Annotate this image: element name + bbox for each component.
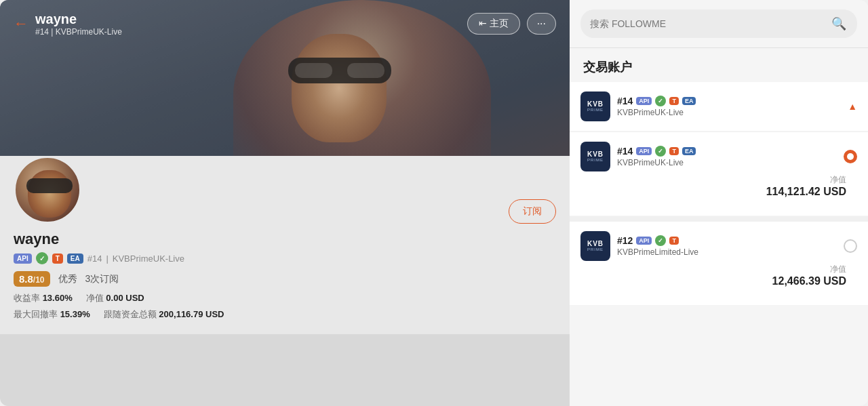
return-rate-label: 收益率 bbox=[14, 293, 40, 303]
account-card-2-inner: KVB PRIME #14 API ✓ T EA KVBPrimeUK-Live bbox=[580, 142, 857, 171]
avatar bbox=[14, 156, 81, 224]
profile-name: wayne bbox=[14, 230, 556, 248]
net-amount-3: 12,466.39 USD bbox=[591, 275, 846, 287]
kvb-text-3: KVB bbox=[587, 241, 604, 247]
home-button[interactable]: ⇤ 主页 bbox=[467, 13, 520, 35]
account-action-2 bbox=[844, 150, 857, 163]
return-rate-block: 收益率 13.60% bbox=[14, 292, 73, 304]
more-button[interactable]: ··· bbox=[527, 13, 556, 35]
account-card-3[interactable]: KVB PRIME #12 API ✓ T KVBPrimeLimited-Li… bbox=[570, 222, 868, 305]
header-name-block: wayne #14 | KVBPrimeUK-Live bbox=[35, 11, 122, 37]
badge-ea: EA bbox=[67, 253, 83, 264]
account-num-1: #14 bbox=[617, 96, 633, 106]
header-right: ⇤ 主页 ··· bbox=[467, 13, 556, 35]
badge-verified: ✓ bbox=[36, 252, 48, 264]
follow-capital-value: 200,116.79 USD bbox=[159, 309, 224, 319]
kvb-text-1: KVB bbox=[587, 101, 604, 108]
account-top-2: #14 API ✓ T EA bbox=[617, 146, 837, 157]
search-input[interactable] bbox=[590, 18, 830, 29]
account-net-value-3: 净值 12,466.39 USD bbox=[580, 261, 857, 296]
search-input-wrap[interactable]: 🔍 bbox=[580, 9, 857, 38]
badge-api-2: API bbox=[636, 147, 652, 155]
avatar-row: 订阅 bbox=[14, 156, 556, 224]
return-rate-value: 13.60% bbox=[43, 293, 73, 303]
stats-row-1: 收益率 13.60% 净值 0.00 USD bbox=[14, 292, 556, 304]
account-name-1: KVBPrimeUK-Live bbox=[617, 108, 841, 117]
rating-value: 8.8 bbox=[19, 273, 33, 285]
account-info-3: #12 API ✓ T KVBPrimeLimited-Live bbox=[617, 235, 837, 257]
rating-row: 8.8/10 优秀 3次订阅 bbox=[14, 271, 556, 287]
rank-separator: #14 bbox=[87, 253, 102, 264]
account-action-1: ▲ bbox=[848, 101, 857, 112]
badges-row: API ✓ T EA #14 | KVBPrimeUK-Live bbox=[14, 252, 556, 264]
radio-selected-2[interactable] bbox=[844, 150, 857, 163]
rating-denom: /10 bbox=[33, 275, 45, 285]
net-label-3: 净值 bbox=[591, 264, 846, 275]
net-amount-2: 114,121.42 USD bbox=[591, 186, 846, 198]
back-button[interactable]: ← bbox=[14, 15, 28, 33]
follow-capital-block: 跟随资金总额 200,116.79 USD bbox=[104, 308, 224, 321]
account-card-1-inner: KVB PRIME #14 API ✓ T EA KVBPrimeUK-Live… bbox=[580, 92, 857, 121]
divider-1 bbox=[570, 216, 868, 222]
accounts-list: KVB PRIME #14 API ✓ T EA KVBPrimeUK-Live… bbox=[570, 82, 868, 406]
badge-api-3: API bbox=[636, 237, 652, 245]
account-name-3: KVBPrimeLimited-Live bbox=[617, 247, 837, 257]
net-label-2: 净值 bbox=[591, 174, 846, 186]
subscribe-button[interactable]: 订阅 bbox=[509, 199, 556, 224]
account-action-3 bbox=[844, 239, 857, 253]
sunglasses-shape bbox=[288, 58, 391, 83]
drawdown-block: 最大回撤率 15.39% bbox=[14, 308, 90, 321]
account-name-2: KVBPrimeUK-Live bbox=[617, 158, 837, 167]
header-bar: ← wayne #14 | KVBPrimeUK-Live ⇤ 主页 ··· bbox=[0, 0, 570, 47]
account-top-3: #12 API ✓ T bbox=[617, 235, 837, 246]
net-value-value: 0.00 USD bbox=[106, 293, 144, 303]
kvb-logo-1: KVB PRIME bbox=[580, 92, 610, 121]
kvb-logo-2: KVB PRIME bbox=[580, 142, 610, 171]
badge-ea-2: EA bbox=[682, 147, 696, 155]
badge-ea-1: EA bbox=[682, 97, 696, 105]
net-value-block: 净值 0.00 USD bbox=[86, 292, 144, 304]
badge-t: T bbox=[52, 253, 63, 264]
badge-api-1: API bbox=[636, 97, 652, 105]
subs-count: 3次订阅 bbox=[85, 273, 119, 285]
header-username: wayne bbox=[35, 11, 122, 27]
search-bar: 🔍 bbox=[570, 0, 868, 48]
profile-section: 订阅 wayne API ✓ T EA #14 | KVBPrimeUK-Liv… bbox=[0, 156, 570, 334]
follow-capital-label: 跟随资金总额 bbox=[104, 309, 157, 319]
badge-t-3: T bbox=[669, 237, 679, 245]
radio-unselected-3[interactable] bbox=[844, 239, 857, 253]
drawdown-label: 最大回撤率 bbox=[14, 309, 58, 319]
account-num-2: #14 bbox=[617, 146, 633, 157]
account-info-1: #14 API ✓ T EA KVBPrimeUK-Live bbox=[617, 96, 841, 117]
account-num-3: #12 bbox=[617, 235, 633, 246]
rating-label: 优秀 bbox=[58, 273, 77, 285]
search-icon-button[interactable]: 🔍 bbox=[830, 15, 848, 33]
kvb-prime-1: PRIME bbox=[587, 108, 604, 112]
net-value-label: 净值 bbox=[86, 293, 104, 303]
account-top-1: #14 API ✓ T EA bbox=[617, 96, 841, 106]
badge-check-2: ✓ bbox=[655, 146, 666, 157]
drawdown-value: 15.39% bbox=[60, 309, 90, 319]
chevron-up-icon-1: ▲ bbox=[848, 101, 857, 112]
panel-title: 交易账户 bbox=[570, 48, 868, 82]
account-info-2: #14 API ✓ T EA KVBPrimeUK-Live bbox=[617, 146, 837, 167]
account-card-3-inner: KVB PRIME #12 API ✓ T KVBPrimeLimited-Li… bbox=[580, 231, 857, 261]
badge-api: API bbox=[14, 253, 32, 264]
profile-broker: KVBPrimeUK-Live bbox=[113, 253, 184, 264]
stats-row-2: 最大回撤率 15.39% 跟随资金总额 200,116.79 USD bbox=[14, 308, 556, 321]
account-card-2[interactable]: KVB PRIME #14 API ✓ T EA KVBPrimeUK-Live bbox=[570, 132, 868, 216]
header-left: ← wayne #14 | KVBPrimeUK-Live bbox=[14, 11, 122, 37]
kvb-text-2: KVB bbox=[587, 151, 604, 158]
account-card-1[interactable]: KVB PRIME #14 API ✓ T EA KVBPrimeUK-Live… bbox=[570, 82, 868, 131]
badge-t-1: T bbox=[669, 97, 679, 105]
kvb-prime-2: PRIME bbox=[587, 158, 604, 162]
rank-divider: | bbox=[106, 253, 108, 264]
kvb-logo-3: KVB PRIME bbox=[580, 231, 610, 261]
kvb-prime-3: PRIME bbox=[587, 247, 604, 251]
left-panel: ← wayne #14 | KVBPrimeUK-Live ⇤ 主页 ··· 订… bbox=[0, 0, 570, 406]
badge-check-3: ✓ bbox=[655, 235, 666, 246]
badge-check-1: ✓ bbox=[655, 96, 666, 106]
account-net-value-2: 净值 114,121.42 USD bbox=[580, 171, 857, 206]
header-account-sub: #14 | KVBPrimeUK-Live bbox=[35, 27, 122, 37]
right-panel: 🔍 交易账户 KVB PRIME #14 API ✓ T EA bbox=[570, 0, 868, 406]
